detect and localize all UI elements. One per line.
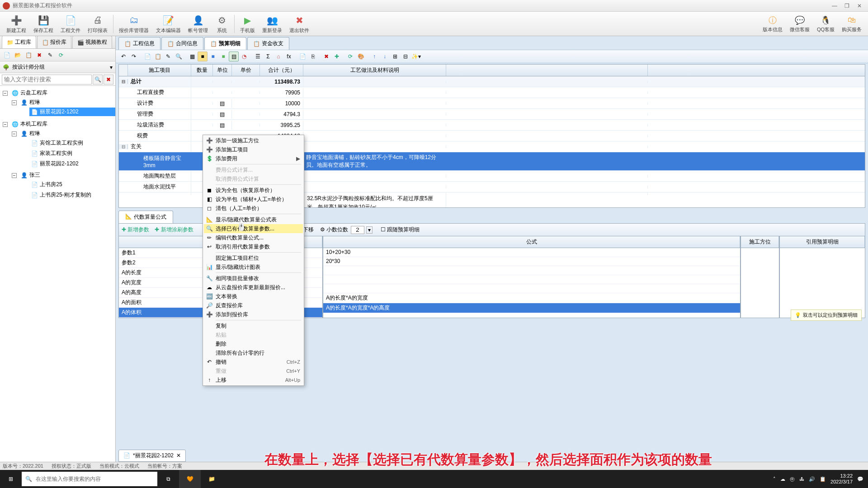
grid-row[interactable]: 垃圾清运费▤3995.25: [119, 120, 865, 131]
tb-refresh-icon[interactable]: ⟳: [56, 50, 66, 60]
cell-total[interactable]: 79905: [260, 88, 303, 97]
ctx-显示/隐藏代数算量公式表[interactable]: 📐 显示/隐藏代数算量公式表: [204, 215, 303, 224]
system[interactable]: ⚙ 系统: [212, 13, 232, 35]
ctx-添加到报价库[interactable]: ➕ 添加到报价库: [204, 310, 303, 319]
clear-search-button[interactable]: ✖: [104, 75, 113, 84]
ctx-相同项目批量修改[interactable]: 🔧 相同项目批量修改: [204, 274, 303, 283]
tree-folder[interactable]: 🌐云盘工程库: [10, 89, 49, 97]
formula-row[interactable]: [323, 275, 740, 284]
ctx-删除[interactable]: 删除: [204, 339, 303, 348]
task-view-button[interactable]: ⧉: [157, 470, 179, 488]
relogin[interactable]: 👥 重新登录: [259, 13, 286, 35]
col-unit[interactable]: 单位: [213, 65, 232, 76]
rt-color3-icon[interactable]: ■: [218, 52, 228, 61]
rt-pie-icon[interactable]: ◔: [239, 52, 249, 61]
ctx-固定施工项目栏位[interactable]: 固定施工项目栏位: [204, 253, 303, 263]
ctx-设为半包（辅材+人工=单价）[interactable]: ◧ 设为半包（辅材+人工=单价）: [204, 195, 303, 204]
rt-list-icon[interactable]: ☰: [253, 52, 263, 61]
cell-unit[interactable]: [213, 91, 232, 94]
rt-refresh-icon[interactable]: ⟳: [345, 52, 355, 61]
formula-row[interactable]: [323, 266, 740, 275]
section-tab-预算明细[interactable]: 📋预算明细: [204, 37, 246, 50]
cell-name[interactable]: 地面陶粒垫层: [128, 171, 191, 181]
tree-folder[interactable]: 👤程琳: [19, 129, 42, 138]
start-button[interactable]: ⊞: [0, 470, 22, 488]
cell-desc[interactable]: [303, 186, 446, 188]
cell-name[interactable]: 地面水泥找平: [128, 182, 191, 192]
tree-item[interactable]: 📄丽景花园2-1202: [29, 108, 115, 116]
follow-check[interactable]: ☐ 跟随预算明细: [381, 226, 420, 234]
doc-tab[interactable]: 📄 *丽景花园2-1202 ✕: [118, 450, 186, 462]
tree-expander[interactable]: −: [12, 131, 17, 136]
cell-name[interactable]: 玄关: [128, 141, 191, 152]
notification-icon[interactable]: 💬: [857, 476, 863, 482]
cell-qty[interactable]: [191, 80, 213, 83]
qq-cs[interactable]: 🐧 QQ客服: [813, 14, 838, 34]
grid-row[interactable]: 管理费▤4794.3: [119, 109, 865, 120]
rt-minus-icon[interactable]: ⊟: [401, 52, 410, 61]
close-button[interactable]: ✕: [857, 3, 863, 9]
mobile[interactable]: ▶ 手机版: [236, 13, 259, 35]
cell-unit[interactable]: ▤: [213, 121, 232, 130]
tree-item[interactable]: 📄宾馆工装工程实例: [29, 139, 85, 147]
ctx-添加施工项目[interactable]: ➕ 添加施工项目: [204, 145, 303, 154]
sidebar-tab-工程库[interactable]: 📁工程库: [2, 36, 36, 48]
cell-price[interactable]: [232, 80, 260, 83]
ctx-添加费用[interactable]: 💲 添加费用 ▶: [204, 154, 303, 163]
project-tree[interactable]: − 🌐云盘工程库− 👤程琳 📄丽景花园2-1202− 🌐本机工程库− 👤程琳 📄…: [0, 86, 115, 462]
tray-up-icon[interactable]: ˄: [773, 476, 776, 482]
cell-desc[interactable]: [303, 145, 446, 148]
cell-unit[interactable]: ▤: [213, 110, 232, 119]
formula-row[interactable]: 10+20+30: [323, 248, 740, 257]
taskbar-clock[interactable]: 13:22 2022/3/17: [830, 473, 853, 485]
tree-item[interactable]: 📄丽景花园2-1202: [29, 160, 80, 168]
col-blank[interactable]: [446, 65, 648, 76]
col-price[interactable]: 单价: [232, 65, 260, 76]
text-editor[interactable]: 📝 文本编辑器: [152, 13, 184, 35]
section-tab-资金收支[interactable]: 📋资金收支: [247, 37, 289, 50]
cell-desc[interactable]: [303, 175, 446, 178]
formula-row[interactable]: 20*30: [323, 257, 740, 266]
cell-qty[interactable]: [191, 113, 213, 116]
rt-find-icon[interactable]: 🔍: [174, 52, 184, 61]
save-project[interactable]: 💾 保存工程: [30, 13, 57, 35]
section-tab-工程信息[interactable]: 📋工程信息: [118, 37, 160, 50]
tree-expander[interactable]: −: [12, 173, 17, 178]
tree-item[interactable]: 📄家装工程实例: [29, 149, 74, 158]
ctx-复制[interactable]: 复制: [204, 321, 303, 330]
col-qty[interactable]: 数量: [191, 65, 213, 76]
ctx-显示/隐藏统计图表[interactable]: 📊 显示/隐藏统计图表: [204, 263, 303, 272]
rt-del-icon[interactable]: ✖: [321, 52, 331, 61]
rt-up-icon[interactable]: ↑: [369, 52, 379, 61]
rt-undo-icon[interactable]: ↶: [118, 52, 128, 61]
rt-redo-icon[interactable]: ↷: [129, 52, 139, 61]
rt-block-icon[interactable]: ⎘: [308, 52, 318, 61]
print-report[interactable]: 🖨 打印报表: [84, 13, 111, 35]
cell-desc[interactable]: [303, 91, 446, 94]
minimize-button[interactable]: —: [832, 3, 838, 9]
cell-desc[interactable]: [303, 124, 446, 127]
formula-row[interactable]: A的长度*A的宽度: [323, 293, 740, 303]
rt-detail-icon[interactable]: ▤: [229, 52, 239, 61]
search-button[interactable]: 🔍: [93, 75, 103, 84]
rt-edit-icon[interactable]: ✎: [163, 52, 173, 61]
cell-name[interactable]: 总计: [128, 76, 191, 87]
col-desc[interactable]: 工艺做法及材料说明: [303, 65, 446, 76]
task-app2[interactable]: 📁: [201, 470, 222, 488]
tree-folder[interactable]: 👤张三: [19, 171, 42, 179]
cell-name[interactable]: 楼板隔音静音宝3mm: [128, 153, 191, 170]
decimal-input[interactable]: [351, 226, 364, 234]
taskbar-search[interactable]: 🔍 在这里输入你要搜索的内容: [22, 472, 157, 486]
grid-row[interactable]: 工程直接费79905: [119, 87, 865, 98]
account-mgr[interactable]: 👤 帐号管理: [184, 13, 212, 35]
cell-desc[interactable]: [303, 135, 446, 137]
tree-item[interactable]: 📄上书房25: [29, 180, 64, 189]
sidebar-tab-报价库[interactable]: 📋报价库: [37, 36, 71, 48]
add-paint-param-button[interactable]: ✚ 新增涂刷参数: [155, 226, 193, 234]
ctx-文本替换[interactable]: 🔤 文本替换: [204, 292, 303, 301]
formula-row[interactable]: [323, 284, 740, 293]
move-down-button[interactable]: 下移: [303, 226, 314, 234]
exit[interactable]: ✖ 退出软件: [286, 13, 313, 35]
cell-total[interactable]: 10000: [260, 99, 303, 108]
tray-lang-icon[interactable]: ㊥: [790, 476, 795, 483]
